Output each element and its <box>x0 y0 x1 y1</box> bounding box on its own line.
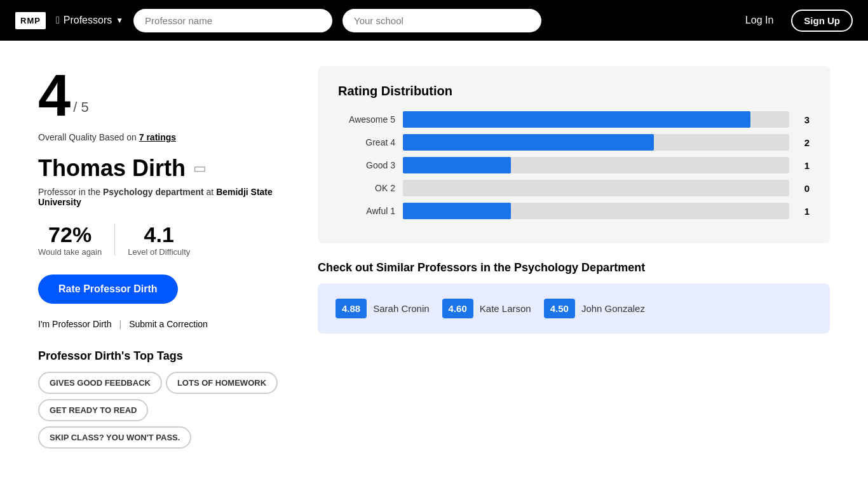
difficulty-label: Level of Difficulty <box>128 247 190 257</box>
dist-bar-bg <box>403 203 789 219</box>
professor-dept: Professor in the Psychology department a… <box>38 187 292 207</box>
prof-score: 4.88 <box>336 299 367 318</box>
dist-bar-fill <box>403 134 654 151</box>
professor-name: Thomas Dirth <box>38 155 186 182</box>
dist-bar-bg <box>403 157 789 173</box>
distribution-row: Awful 1 1 <box>338 203 810 219</box>
submit-correction-link[interactable]: Submit a Correction <box>129 319 208 329</box>
dist-bar-fill <box>403 157 511 173</box>
chevron-down-icon: ▼ <box>116 16 123 25</box>
overall-quality: Overall Quality Based on 7 ratings <box>38 132 292 142</box>
stats-row: 72% Would take again 4.1 Level of Diffic… <box>38 222 292 257</box>
tags-container: GIVES GOOD FEEDBACKLOTS OF HOMEWORKGET R… <box>38 372 292 454</box>
signup-button[interactable]: Sign Up <box>791 10 853 32</box>
rating-dist-title: Rating Distribution <box>338 84 810 98</box>
dist-count: 1 <box>797 160 810 171</box>
similar-professor[interactable]: 4.88 Sarah Cronin <box>336 299 430 318</box>
professors-label: Professors <box>64 15 112 26</box>
dist-label: OK 2 <box>338 183 395 193</box>
im-professor-link[interactable]: I'm Professor Dirth <box>38 319 111 329</box>
dist-bar-bg <box>403 134 789 151</box>
rating-big: 4 / 5 <box>38 66 292 125</box>
dist-count: 3 <box>797 114 810 125</box>
dist-bar-bg <box>403 180 789 196</box>
login-button[interactable]: Log In <box>738 15 781 26</box>
prof-name: John Gonzalez <box>581 303 645 314</box>
tag-chip: GIVES GOOD FEEDBACK <box>38 372 162 394</box>
difficulty-value: 4.1 <box>128 222 190 247</box>
professor-search-input[interactable] <box>133 9 332 32</box>
professors-dropdown-button[interactable]:  Professors ▼ <box>56 15 123 26</box>
dist-count: 1 <box>797 206 810 217</box>
professor-name-row: Thomas Dirth ▭ <box>38 155 292 182</box>
tag-chip: SKIP CLASS? YOU WON'T PASS. <box>38 426 191 449</box>
prof-score: 4.60 <box>442 299 473 318</box>
would-take-label: Would take again <box>38 247 102 257</box>
rate-professor-button[interactable]: Rate Professor Dirth <box>38 274 178 304</box>
prof-score: 4.50 <box>544 299 575 318</box>
pipe-divider: | <box>119 319 121 329</box>
would-take-value: 72% <box>38 222 102 247</box>
distribution-rows: Awesome 5 3 Great 4 2 Good 3 1 OK 2 0 Aw… <box>338 111 810 219</box>
tag-chip: GET READY TO READ <box>38 399 148 421</box>
dist-label: Awesome 5 <box>338 114 395 125</box>
top-tags-title: Professor Dirth's Top Tags <box>38 349 292 363</box>
apple-icon:  <box>56 15 60 26</box>
dist-count: 0 <box>797 183 810 194</box>
dist-label: Good 3 <box>338 160 395 170</box>
school-search-input[interactable] <box>342 9 541 32</box>
dist-label: Great 4 <box>338 137 395 147</box>
similar-box: 4.88 Sarah Cronin 4.60 Kate Larson 4.50 … <box>318 283 830 334</box>
prof-name: Kate Larson <box>480 303 531 314</box>
prof-name: Sarah Cronin <box>373 303 429 314</box>
navbar: RMP  Professors ▼ Log In Sign Up <box>0 0 868 41</box>
rating-out-of: / 5 <box>73 99 88 116</box>
dist-bar-fill <box>403 203 511 219</box>
ratings-link[interactable]: 7 ratings <box>139 132 176 142</box>
dist-label: Awful 1 <box>338 206 395 216</box>
tag-chip: LOTS OF HOMEWORK <box>166 372 278 394</box>
distribution-row: Great 4 2 <box>338 134 810 151</box>
similar-professor[interactable]: 4.50 John Gonzalez <box>544 299 645 318</box>
dist-count: 2 <box>797 137 810 148</box>
distribution-row: Good 3 1 <box>338 157 810 173</box>
right-panel: Rating Distribution Awesome 5 3 Great 4 … <box>318 66 830 454</box>
similar-title: Check out Similar Professors in the Psyc… <box>318 261 830 274</box>
distribution-row: OK 2 0 <box>338 180 810 196</box>
bookmark-icon[interactable]: ▭ <box>193 160 207 177</box>
dist-bar-bg <box>403 111 789 128</box>
dist-bar-fill <box>403 111 750 128</box>
would-take-stat: 72% Would take again <box>38 222 114 257</box>
logo[interactable]: RMP <box>15 12 46 29</box>
rating-distribution-box: Rating Distribution Awesome 5 3 Great 4 … <box>318 66 830 243</box>
difficulty-stat: 4.1 Level of Difficulty <box>115 222 203 257</box>
left-panel: 4 / 5 Overall Quality Based on 7 ratings… <box>38 66 292 454</box>
distribution-row: Awesome 5 3 <box>338 111 810 128</box>
similar-professor[interactable]: 4.60 Kate Larson <box>442 299 531 318</box>
rating-number: 4 <box>38 66 71 125</box>
main-content: 4 / 5 Overall Quality Based on 7 ratings… <box>0 41 868 479</box>
correction-links: I'm Professor Dirth | Submit a Correctio… <box>38 319 292 329</box>
